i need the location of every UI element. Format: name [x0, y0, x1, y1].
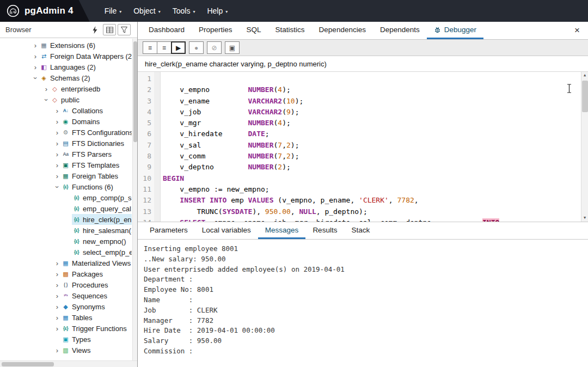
tree-item-domains[interactable]: ›◉Domains — [0, 116, 132, 127]
sidebar-vscroll-thumb[interactable] — [133, 41, 137, 142]
chevron-right-icon[interactable]: › — [53, 118, 61, 125]
bug-icon — [434, 26, 441, 33]
tab-local-variables[interactable]: Local variables — [195, 222, 258, 239]
tree-item-packages[interactable]: ›▩Packages — [0, 268, 132, 279]
chevron-right-icon[interactable]: › — [53, 282, 61, 289]
tree-item-views[interactable]: ›▥Views — [0, 345, 132, 356]
tree-item-collations[interactable]: ›A↓Collations — [0, 105, 132, 116]
tree-item-hire-clerk-p-en[interactable]: {ε}hire_clerk(p_en... — [0, 214, 132, 225]
chevron-down-icon[interactable]: › — [53, 184, 61, 191]
foreign-data-wrappers-icon: ⇄ — [39, 53, 48, 60]
tab-dashboard[interactable]: Dashboard — [142, 22, 192, 39]
tree-item-fts-parsers[interactable]: ›AaFTS Parsers — [0, 149, 132, 160]
clear-breakpoints-button[interactable]: ▣ — [225, 41, 240, 54]
function-icon: {ε} — [72, 195, 81, 200]
tree-item-types[interactable]: ▣Types — [0, 334, 132, 345]
chevron-right-icon[interactable]: › — [53, 162, 61, 169]
tree-item-new-empno[interactable]: {ε}new_empno() — [0, 236, 132, 247]
tree-item-languages-2[interactable]: ›◧Languages (2) — [0, 62, 132, 72]
message-line: Name : — [144, 295, 588, 305]
tree-item-enterprisedb[interactable]: ›◇enterprisedb — [0, 83, 132, 94]
tab-dependencies[interactable]: Dependencies — [312, 22, 373, 39]
menu-object[interactable]: Object▾ — [127, 2, 166, 20]
chevron-right-icon[interactable]: › — [42, 85, 50, 93]
chevron-right-icon[interactable]: › — [53, 140, 61, 147]
tree-item-hire-salesman[interactable]: {ε}hire_salesman(... — [0, 225, 132, 236]
chevron-right-icon[interactable]: › — [53, 292, 61, 299]
code-editor[interactable]: 1234567891011121314 v_empno NUMBER(4); v… — [138, 72, 588, 222]
tree-item-materialized-views[interactable]: ›▦Materialized Views — [0, 258, 132, 268]
chevron-right-icon[interactable]: › — [53, 303, 61, 310]
filter-button[interactable] — [118, 24, 131, 35]
tab-sql[interactable]: SQL — [240, 22, 268, 39]
stop-button[interactable]: ● — [189, 41, 204, 54]
tree-item-emp-comp-p-s[interactable]: {ε}emp_comp(p_s... — [0, 192, 132, 203]
tree-item-emp-query-cal[interactable]: {ε}emp_query_cal... — [0, 203, 132, 214]
tab-dependents[interactable]: Dependents — [373, 22, 427, 39]
tree-item-schemas-2[interactable]: ›◈Schemas (2) — [0, 72, 132, 83]
tree-item-procedures[interactable]: ›( )Procedures — [0, 279, 132, 290]
tree-item-fts-templates[interactable]: ›▣FTS Templates — [0, 160, 132, 170]
tab-results[interactable]: Results — [305, 222, 344, 239]
menu-label: Help — [207, 7, 223, 15]
sidebar-horizontal-scrollbar[interactable] — [0, 360, 137, 367]
extensions-icon: ▦ — [39, 42, 48, 49]
chevron-right-icon[interactable]: › — [53, 260, 61, 267]
step-into-button[interactable]: ≡ — [143, 41, 157, 54]
chevron-right-icon[interactable]: › — [32, 42, 39, 49]
tab-statistics[interactable]: Statistics — [268, 22, 312, 39]
chevron-right-icon[interactable]: › — [53, 107, 61, 114]
chevron-right-icon[interactable]: › — [53, 271, 61, 278]
tree-item-fts-configurations[interactable]: ›⚙FTS Configurations — [0, 127, 132, 138]
panel-close-button[interactable]: × — [566, 22, 588, 39]
continue-button[interactable]: ▶ — [171, 41, 186, 54]
tree-item-foreign-tables[interactable]: ›▦Foreign Tables — [0, 170, 132, 181]
sidebar-vertical-scrollbar[interactable] — [132, 39, 137, 360]
quick-connect-button[interactable] — [88, 24, 101, 35]
menu-help[interactable]: Help▾ — [201, 2, 234, 20]
tree-item-fts-dictionaries[interactable]: ›▤FTS Dictionaries — [0, 138, 132, 149]
chevron-right-icon[interactable]: › — [32, 64, 39, 71]
line-number: 2 — [138, 84, 151, 95]
tree-item-label: FTS Configurations — [72, 129, 132, 137]
step-over-button[interactable]: ≡ — [157, 41, 171, 54]
breakpoint-gutter[interactable] — [154, 72, 161, 222]
scroll-up-arrow-icon[interactable]: ▲ — [581, 72, 588, 79]
tree-item-sequences[interactable]: ›¹²³Sequences — [0, 290, 132, 301]
code-lines[interactable]: v_empno NUMBER(4); v_ename VARCHAR2(10);… — [161, 72, 588, 222]
chevron-right-icon[interactable]: › — [53, 347, 61, 354]
tree-item-functions-6[interactable]: ›{ε}Functions (6) — [0, 181, 132, 192]
tree-item-synonyms[interactable]: ›◆Synonyms — [0, 301, 132, 312]
line-number: 12 — [138, 195, 151, 206]
tree-item-extensions-6[interactable]: ›▦Extensions (6) — [0, 40, 132, 51]
tree-item-foreign-data-wrappers-2[interactable]: ›⇄Foreign Data Wrappers (2) — [0, 51, 132, 62]
chevron-right-icon[interactable]: › — [53, 325, 61, 332]
code-vertical-scrollbar[interactable]: ▲ ▼ — [581, 72, 588, 222]
scroll-down-arrow-icon[interactable]: ▼ — [581, 215, 588, 222]
tab-stack[interactable]: Stack — [344, 222, 377, 239]
mouse-ibeam-cursor — [567, 84, 572, 96]
tab-messages[interactable]: Messages — [258, 222, 306, 239]
code-line: v_hiredate DATE; — [163, 129, 588, 139]
chevron-right-icon[interactable]: › — [53, 173, 61, 180]
tree-item-public[interactable]: ›◇public — [0, 94, 132, 105]
chevron-down-icon[interactable]: › — [42, 96, 50, 103]
tab-debugger[interactable]: Debugger — [427, 22, 483, 39]
sidebar-hscroll-thumb[interactable] — [2, 362, 54, 366]
chevron-down-icon[interactable]: › — [32, 75, 39, 82]
cancel-button[interactable]: ⊘ — [207, 41, 222, 54]
tab-parameters[interactable]: Parameters — [143, 222, 195, 239]
chevron-right-icon[interactable]: › — [32, 53, 39, 60]
tree-item-trigger-functions[interactable]: ›{ε}Trigger Functions — [0, 323, 132, 334]
chevron-right-icon[interactable]: › — [53, 314, 61, 321]
continue-icon: ▶ — [176, 44, 181, 52]
menu-tools[interactable]: Tools▾ — [167, 2, 201, 20]
chevron-right-icon[interactable]: › — [53, 151, 61, 158]
chevron-right-icon[interactable]: › — [53, 129, 61, 136]
tree-item-select-emp-p-e[interactable]: {ε}select_emp(p_e... — [0, 247, 132, 258]
menu-file[interactable]: File▾ — [99, 2, 128, 20]
code-vscroll-thumb[interactable] — [582, 81, 588, 112]
object-grid-button[interactable] — [103, 24, 116, 35]
tree-item-tables[interactable]: ›▦Tables — [0, 312, 132, 323]
tab-properties[interactable]: Properties — [192, 22, 240, 39]
